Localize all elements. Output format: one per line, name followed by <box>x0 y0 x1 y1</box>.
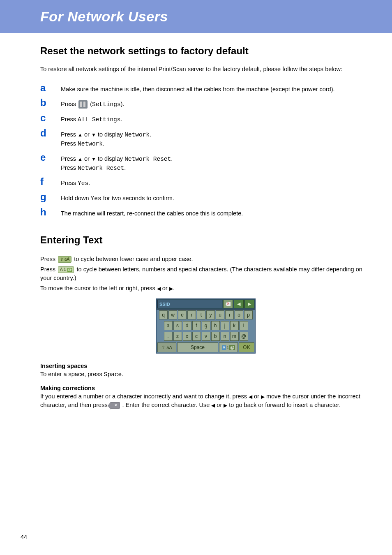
code: Yes <box>78 180 88 187</box>
code: Network Reset <box>125 156 171 162</box>
space-key: Space <box>177 342 218 352</box>
right-arrow-icon: ▶ <box>169 285 173 292</box>
banner: For Network Users <box>0 0 392 33</box>
making-corrections-body: If you entered a number or a character i… <box>40 392 371 409</box>
step-body: Press (Settings). <box>61 98 124 109</box>
text: Press <box>40 266 57 273</box>
section1-heading: Reset the network settings to factory de… <box>40 45 371 57</box>
key: a <box>164 321 173 330</box>
text: Press <box>61 116 78 123</box>
text: Press <box>61 180 78 186</box>
text: Press <box>61 155 78 162</box>
keyboard-row-1: q w e r t y u i o p <box>157 310 255 320</box>
step-letter: g <box>40 192 61 202</box>
text: Press <box>61 131 78 138</box>
step-letter: b <box>40 98 61 108</box>
step-body: Press All Settings. <box>61 113 122 124</box>
steps-list: a Make sure the machine is idle, then di… <box>40 83 371 218</box>
code: Network Reset <box>78 165 124 171</box>
right-arrow-icon: ▶ <box>224 402 227 409</box>
banner-title: For Network Users <box>40 9 168 25</box>
text: @ <box>229 345 235 350</box>
key: q <box>159 310 168 319</box>
step-letter: a <box>40 83 61 93</box>
step-h: h The machine will restart, re-connect t… <box>40 207 371 218</box>
text: Press <box>61 101 78 107</box>
text: . <box>171 155 173 162</box>
text: Hold down <box>61 195 91 201</box>
text: to display <box>96 155 125 162</box>
up-arrow-icon: ▲ <box>78 132 83 139</box>
section1-intro: To restore all network settings of the i… <box>40 66 371 72</box>
key: e <box>178 310 187 319</box>
entering-p1: Press ⇧ aA to cycle between lower case a… <box>40 255 371 264</box>
ssid-field: SSID <box>157 300 222 308</box>
key: h <box>211 321 220 330</box>
text: A <box>222 345 226 350</box>
key: o <box>235 310 243 319</box>
left-arrow-icon: ◀ <box>211 402 215 409</box>
text: If you entered a number or a character i… <box>40 393 249 400</box>
step-b: b Press (Settings). <box>40 98 371 109</box>
text: . <box>121 116 122 123</box>
key: l <box>240 321 248 330</box>
key: r <box>187 310 196 319</box>
inserting-spaces-head: Inserting spaces <box>40 363 371 369</box>
step-letter: f <box>40 177 61 187</box>
text: to cycle between letters, numbers and sp… <box>40 266 362 281</box>
text: or <box>83 131 91 138</box>
key: p <box>244 310 253 319</box>
up-arrow-icon: ▲ <box>78 156 83 163</box>
key: k <box>230 321 239 330</box>
text: To move the cursor to the left or right,… <box>40 285 157 291</box>
key: g <box>202 321 210 330</box>
entering-p2: Press A 1 @ to cycle between letters, nu… <box>40 265 371 282</box>
text: 1 <box>226 345 229 350</box>
key: m <box>230 332 239 341</box>
step-d: d Press ▲ or ▼ to display Network. Press… <box>40 128 371 148</box>
text: Press <box>40 256 57 262</box>
key: i <box>225 310 234 319</box>
key: u <box>216 310 224 319</box>
code: All Settings <box>78 116 120 123</box>
key: d <box>183 321 191 330</box>
step-letter: e <box>40 153 61 162</box>
code: Network <box>78 141 103 147</box>
entering-p3: To move the cursor to the left or right,… <box>40 284 371 293</box>
text: . <box>103 140 104 147</box>
key: @ <box>240 332 248 341</box>
step-body: Hold down Yes for two seconds to confirm… <box>61 192 174 203</box>
key: w <box>168 310 177 319</box>
page-number: 44 <box>21 534 27 540</box>
step-body: The machine will restart, re-connect the… <box>61 207 243 218</box>
text: or <box>252 393 261 400</box>
key: c <box>192 332 201 341</box>
backspace-key <box>223 300 233 308</box>
mode-key: A 1 @ <box>219 342 238 352</box>
making-corrections-head: Making corrections <box>40 385 371 391</box>
step-body: Press Yes. <box>61 177 90 188</box>
text: to display <box>96 131 125 138</box>
cursor-right-key: ▶ <box>244 300 254 308</box>
code: Space <box>104 371 122 378</box>
step-a: a Make sure the machine is idle, then di… <box>40 83 371 94</box>
text: Press <box>61 164 78 171</box>
step-letter: c <box>40 113 61 123</box>
keyboard-row-3: . z x c v b n m @ <box>157 331 255 342</box>
keyboard-row-2: a s d f g h j k l <box>157 320 255 331</box>
keyboard-illustration: SSID ◀ ▶ q w e r t y u i o p <box>156 298 256 354</box>
text: . <box>122 371 123 377</box>
text: . <box>150 131 151 138</box>
step-e: e Press ▲ or ▼ to display Network Reset.… <box>40 153 371 173</box>
code: Yes <box>91 195 101 202</box>
shift-key-icon: ⇧ aA <box>58 256 71 263</box>
down-arrow-icon: ▼ <box>91 156 96 163</box>
text: or <box>83 155 91 162</box>
ok-key: OK <box>239 342 254 352</box>
text: for two seconds to confirm. <box>101 195 174 201</box>
text: ). <box>121 101 125 107</box>
text: . <box>88 180 90 186</box>
text: to go back or forward to insert a charac… <box>227 402 341 408</box>
content: Reset the network settings to factory de… <box>0 33 392 409</box>
key: x <box>183 332 191 341</box>
